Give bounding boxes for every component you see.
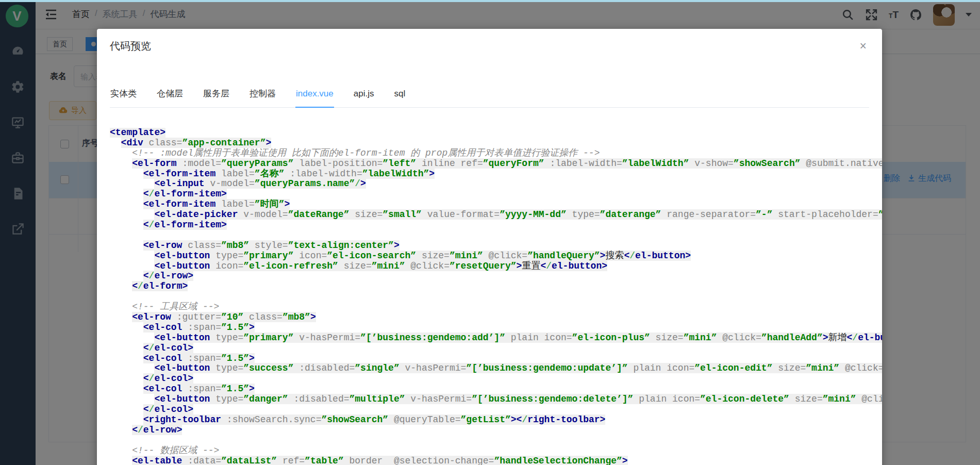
code-tab-实体类[interactable]: 实体类	[110, 88, 137, 107]
code-tab-控制器[interactable]: 控制器	[249, 88, 276, 107]
code-line: <el-form-item label=”时间”>	[110, 200, 882, 210]
code-line: <right-toolbar :showSearch.sync=”showSea…	[110, 415, 882, 425]
close-icon[interactable]: ×	[860, 40, 867, 52]
app-root: V 首页/系统工具/代码生成 TT 首页代码生成 表名 导入	[0, 0, 980, 465]
code-line: <!-- :model属性用于表单验证使用 比如下面的el-form-item …	[110, 148, 882, 159]
code-line: </el-form-item>	[110, 220, 882, 230]
code-line: <el-button icon=”el-icon-refresh” size=”…	[110, 261, 882, 272]
code-line: </el-row>	[110, 271, 882, 281]
code-line	[110, 436, 882, 446]
code-line: <el-form :model=”queryParams” label-posi…	[110, 159, 882, 169]
code-line: <el-button type=”success” :disabled=”sin…	[110, 363, 882, 374]
code-line: </el-col>	[110, 405, 882, 415]
code-line: <!-- 工具区域 -->	[110, 302, 882, 312]
code-tabs: 实体类仓储层服务层控制器index.vueapi.jssql	[110, 88, 869, 108]
code-line: <el-row :gutter=”10” class=”mb8”>	[110, 312, 882, 323]
code-line: <el-col :span=”1.5”>	[110, 354, 882, 364]
code-tab-index.vue[interactable]: index.vue	[295, 89, 334, 108]
code-line: <el-button type=”primary” icon=”el-icon-…	[110, 251, 882, 261]
code-line: <template>	[110, 128, 882, 138]
code-line: <el-input v-model=”queryParams.name”/>	[110, 179, 882, 189]
code-line	[110, 292, 882, 302]
dialog-title: 代码预览	[110, 39, 151, 53]
code-line: <el-button type=”primary” v-hasPermi=”[’…	[110, 333, 882, 343]
progress-bar	[0, 0, 980, 2]
code-line: <el-col :span=”1.5”>	[110, 384, 882, 394]
code-tab-api.js[interactable]: api.js	[353, 89, 375, 107]
code-line: </el-col>	[110, 374, 882, 384]
code-tab-sql[interactable]: sql	[393, 89, 406, 107]
code-line: <el-col :span=”1.5”>	[110, 323, 882, 333]
code-viewer[interactable]: <template><div class=”app-container”><!-…	[110, 128, 882, 465]
code-line: <el-table :data=”dataList” ref=”table” b…	[110, 456, 882, 465]
code-line: <el-button type=”danger” :disabled=”mult…	[110, 394, 882, 405]
code-line: <el-row class=”mb8” style=”text-align:ce…	[110, 241, 882, 251]
code-tab-服务层[interactable]: 服务层	[203, 88, 230, 107]
code-line: <el-form-item label=”名称” :label-width=”l…	[110, 169, 882, 179]
code-line: </el-form-item>	[110, 189, 882, 200]
code-preview-dialog: 代码预览 × 实体类仓储层服务层控制器index.vueapi.jssql <t…	[97, 29, 882, 465]
code-line: </el-col>	[110, 343, 882, 354]
code-line: </el-form>	[110, 281, 882, 292]
code-line: <div class=”app-container”>	[110, 138, 882, 148]
code-tab-仓储层[interactable]: 仓储层	[156, 88, 184, 107]
code-line	[110, 230, 882, 241]
code-line: <!-- 数据区域 -->	[110, 446, 882, 456]
code-line: </el-row>	[110, 425, 882, 436]
code-line: <el-date-picker v-model=”dateRange” size…	[110, 210, 882, 220]
